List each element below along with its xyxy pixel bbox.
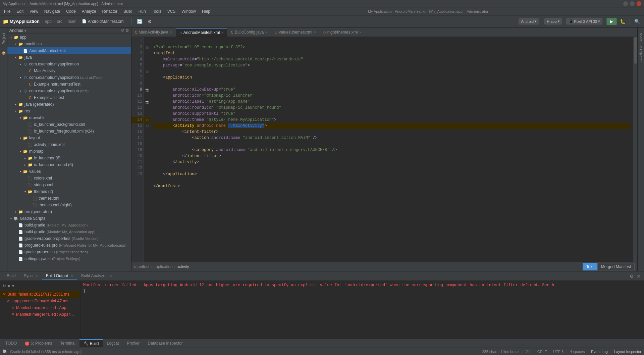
device-selector-btn[interactable]: 📱 Pixel 2 API 30 ▾ bbox=[566, 18, 603, 24]
build-tab-sync[interactable]: Sync ✕ bbox=[20, 272, 42, 280]
tree-item-pkg1[interactable]: ▾ ⬡ com.example.myapplication bbox=[7, 61, 131, 67]
tab-values-themes[interactable]: ◇ values\themes.xml ✕ bbox=[271, 28, 320, 37]
tab-close-build[interactable]: ✕ bbox=[265, 31, 268, 34]
tab-night-themes[interactable]: ◇ night\themes.xml ✕ bbox=[320, 28, 366, 37]
build-close-icon[interactable]: ✕ bbox=[636, 273, 641, 280]
panel-settings-icon[interactable]: ⚙ bbox=[125, 28, 129, 33]
tree-item-themes-night[interactable]: ⬛ themes.xml (night) bbox=[7, 202, 131, 208]
tree-item-ic-launcher-round[interactable]: ▸ 📁 ic_launcher_round (6) bbox=[7, 161, 131, 168]
tab-close-main[interactable]: ✕ bbox=[170, 31, 172, 34]
tree-item-themes-xml[interactable]: ⬛ themes.xml bbox=[7, 195, 131, 202]
tree-item-java[interactable]: ▾ 📂 java bbox=[7, 54, 131, 61]
tree-item-gradle-props[interactable]: 📄 gradle.properties (Project Properties) bbox=[7, 249, 131, 255]
build-stop-icon[interactable]: ■ bbox=[7, 284, 10, 288]
build-filter-icon[interactable]: ▼ bbox=[11, 284, 15, 288]
tree-item-gradle-wrapper[interactable]: 📄 gradle-wrapper.properties (Gradle Vers… bbox=[7, 235, 131, 242]
event-log-link[interactable]: Event Log bbox=[591, 350, 608, 354]
tree-item-layout[interactable]: ▾ 📂 layout bbox=[7, 135, 131, 141]
tab-terminal[interactable]: Terminal bbox=[56, 340, 79, 347]
tab-problems[interactable]: ⬤ 6: Problems bbox=[21, 340, 56, 347]
close-btn[interactable]: ✕ bbox=[637, 1, 641, 6]
build-tab-output[interactable]: Build Output ✕ bbox=[42, 272, 77, 280]
tree-item-res[interactable]: ▾ 📂 res bbox=[7, 108, 131, 114]
tab-close-manifest[interactable]: ✕ bbox=[221, 31, 224, 35]
tree-item-mainactivity[interactable]: C MainActivity bbox=[7, 67, 131, 74]
android-selector-btn[interactable]: Android ▾ bbox=[519, 18, 539, 24]
tree-item-drawable[interactable]: ▾ 📂 drawable bbox=[7, 114, 131, 121]
tab-close-night[interactable]: ✕ bbox=[359, 31, 362, 34]
tab-build-config[interactable]: C BuildConfig.java ✕ bbox=[227, 28, 271, 37]
tab-todo[interactable]: TODO bbox=[1, 340, 21, 347]
build-rerun-icon[interactable]: ↻ bbox=[3, 284, 6, 288]
tree-item-app[interactable]: ▾ 📁 app bbox=[7, 34, 131, 41]
build-tree-item-merger1[interactable]: ✕ Manifest merger failed : App... bbox=[0, 304, 80, 311]
project-tab-label[interactable]: Project bbox=[1, 30, 7, 47]
menu-edit[interactable]: Edit bbox=[14, 8, 26, 14]
build-settings-icon[interactable]: ⚙ bbox=[629, 273, 635, 280]
menu-refactor[interactable]: Refactor bbox=[100, 8, 120, 14]
tab-profiler[interactable]: Profiler bbox=[123, 340, 144, 347]
layout-inspector-link[interactable]: Layout Inspector bbox=[614, 350, 641, 354]
tree-item-activity-main[interactable]: ⬛ activity_main.xml bbox=[7, 141, 131, 148]
sync-icon[interactable]: ↺ bbox=[121, 28, 124, 33]
tree-item-exampleunit[interactable]: C ExampleUnitTest bbox=[7, 94, 131, 101]
debug-btn[interactable]: 🐛 bbox=[618, 17, 627, 26]
maximize-btn[interactable]: □ bbox=[630, 1, 635, 6]
device-file-explorer-label[interactable]: Device File Explorer bbox=[638, 29, 644, 64]
menu-tools[interactable]: Tools bbox=[149, 8, 164, 14]
tree-item-values[interactable]: ▾ 📂 values bbox=[7, 168, 131, 175]
fold-14[interactable]: ⊟ bbox=[144, 117, 151, 123]
build-tree-item-process[interactable]: ✕ :app:processDebugMainf 47 ms bbox=[0, 298, 80, 304]
tab-logcat[interactable]: Logcat bbox=[103, 340, 123, 347]
menu-build[interactable]: Build bbox=[121, 8, 135, 14]
menu-file[interactable]: File bbox=[1, 8, 13, 14]
editor-code-area[interactable]: 1 2 3 4 5 6 7 8 9 10 11 12 13 14 bbox=[131, 37, 637, 262]
tree-item-themes-folder[interactable]: ▾ 📂 themes (2) bbox=[7, 188, 131, 195]
tree-item-gradle-scripts[interactable]: ▾ 🐘 Gradle Scripts bbox=[7, 215, 131, 222]
menu-view[interactable]: View bbox=[27, 8, 41, 14]
fold-15[interactable]: ⊟ bbox=[144, 123, 151, 129]
build-tab-build[interactable]: Build bbox=[3, 272, 20, 280]
menu-analyze[interactable]: Analyze bbox=[79, 8, 99, 14]
build-tree-item-merger2[interactable]: ✕ Manifest merger failed : Apps t... bbox=[0, 311, 80, 318]
tree-item-pkg3[interactable]: ▾ ⬡ com.example.myapplication (test) bbox=[7, 88, 131, 94]
build-tab-analyzer[interactable]: Build Analyzer ✕ bbox=[77, 272, 116, 280]
tree-item-build-gradle-app[interactable]: 📄 build.gradle (Module: My_Application.a… bbox=[7, 229, 131, 235]
tree-item-java-gen[interactable]: ▸ 📁 java (generated) bbox=[7, 101, 131, 108]
tab-close-values[interactable]: ✕ bbox=[314, 31, 316, 34]
tree-item-ic-bg[interactable]: ⬛ ic_launcher_background.xml bbox=[7, 121, 131, 128]
scroll-thumb[interactable] bbox=[634, 37, 637, 64]
android-view-chevron[interactable]: ▾ bbox=[24, 29, 26, 33]
tree-item-manifests[interactable]: ▾ 📂 manifests bbox=[7, 41, 131, 47]
menu-navigate[interactable]: Navigate bbox=[42, 8, 63, 14]
code-content[interactable]: <?xml version="1.0" encoding="utf-8"?> <… bbox=[151, 37, 633, 262]
build-analyzer-close[interactable]: ✕ bbox=[109, 274, 112, 278]
tree-item-settings-gradle[interactable]: 📄 settings.gradle (Project Settings) bbox=[7, 255, 131, 262]
menu-help[interactable]: Help bbox=[199, 8, 213, 14]
tree-item-mipmap[interactable]: ▾ 📂 mipmap bbox=[7, 148, 131, 155]
tree-item-exampleinstrumented[interactable]: C ExampleInstrumentedTest bbox=[7, 81, 131, 88]
config-selector-btn[interactable]: ▶ app ▾ bbox=[544, 18, 562, 24]
fold-2[interactable]: ⊟ bbox=[144, 44, 151, 50]
fold-6[interactable]: ⊟ bbox=[144, 68, 151, 74]
toolbar-settings-btn[interactable]: ⚙ bbox=[146, 17, 154, 26]
tree-item-pkg2[interactable]: ▾ ⬡ com.example.myapplication (androidTe… bbox=[7, 74, 131, 81]
text-view-btn[interactable]: Text bbox=[583, 263, 597, 270]
menu-code[interactable]: Code bbox=[63, 8, 78, 14]
build-tree-item-failed[interactable]: ✕ Build: failed at 2021/7/17 1:351 ms bbox=[0, 291, 80, 298]
tab-android-manifest[interactable]: ◇ AndroidManifest.xml ✕ bbox=[176, 28, 228, 37]
minimize-btn[interactable]: ─ bbox=[623, 1, 628, 6]
tree-item-strings[interactable]: ⬛ strings.xml bbox=[7, 182, 131, 188]
menu-run[interactable]: Run bbox=[136, 8, 149, 14]
sync-tab-close[interactable]: ✕ bbox=[35, 274, 38, 278]
build-output-close[interactable]: ✕ bbox=[70, 274, 73, 278]
tree-item-colors[interactable]: ⬛ colors.xml bbox=[7, 175, 131, 182]
editor-scrollbar[interactable] bbox=[633, 37, 637, 262]
tree-item-proguard[interactable]: 📄 proguard-rules.pro (ProGuard Rules for… bbox=[7, 242, 131, 249]
tree-item-ic-fg[interactable]: ⬛ ic_launcher_foreground.xml (v24) bbox=[7, 128, 131, 135]
menu-vcs[interactable]: VCS bbox=[165, 8, 178, 14]
tree-item-res-gen[interactable]: ▸ 📁 res (generated) bbox=[7, 208, 131, 215]
merged-manifest-btn[interactable]: Merged Manifest bbox=[597, 263, 635, 270]
tab-main-activity[interactable]: C MainActivity.java ✕ bbox=[131, 28, 176, 37]
tree-item-ic-launcher[interactable]: ▸ 📁 ic_launcher (6) bbox=[7, 155, 131, 161]
